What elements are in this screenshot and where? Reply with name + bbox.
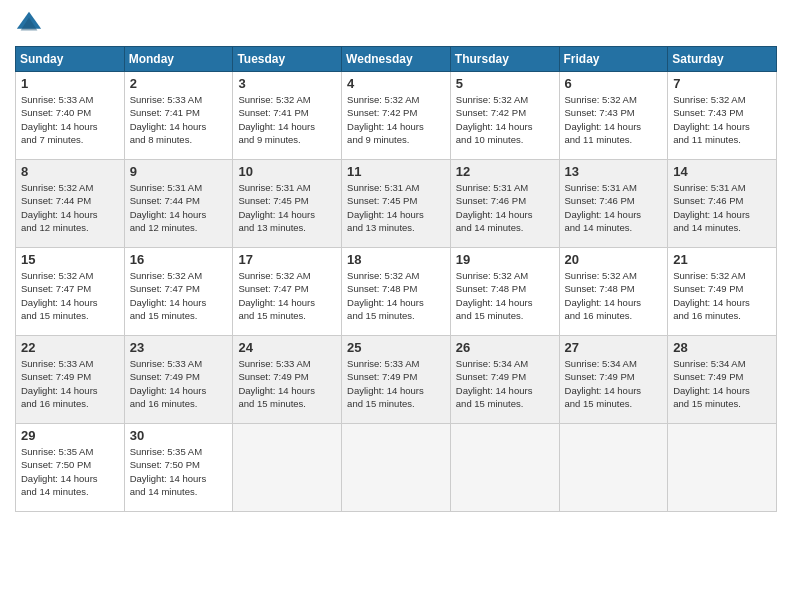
calendar-cell bbox=[342, 424, 451, 512]
calendar-cell: 11Sunrise: 5:31 AMSunset: 7:45 PMDayligh… bbox=[342, 160, 451, 248]
day-info: Sunrise: 5:33 AMSunset: 7:40 PMDaylight:… bbox=[21, 93, 119, 146]
calendar-cell: 20Sunrise: 5:32 AMSunset: 7:48 PMDayligh… bbox=[559, 248, 668, 336]
calendar-cell: 14Sunrise: 5:31 AMSunset: 7:46 PMDayligh… bbox=[668, 160, 777, 248]
header-thursday: Thursday bbox=[450, 47, 559, 72]
day-number: 26 bbox=[456, 340, 554, 355]
day-number: 20 bbox=[565, 252, 663, 267]
day-number: 6 bbox=[565, 76, 663, 91]
header-friday: Friday bbox=[559, 47, 668, 72]
calendar-cell: 9Sunrise: 5:31 AMSunset: 7:44 PMDaylight… bbox=[124, 160, 233, 248]
day-info: Sunrise: 5:32 AMSunset: 7:44 PMDaylight:… bbox=[21, 181, 119, 234]
day-info: Sunrise: 5:32 AMSunset: 7:41 PMDaylight:… bbox=[238, 93, 336, 146]
calendar-cell: 16Sunrise: 5:32 AMSunset: 7:47 PMDayligh… bbox=[124, 248, 233, 336]
day-info: Sunrise: 5:32 AMSunset: 7:49 PMDaylight:… bbox=[673, 269, 771, 322]
day-number: 24 bbox=[238, 340, 336, 355]
calendar-cell: 12Sunrise: 5:31 AMSunset: 7:46 PMDayligh… bbox=[450, 160, 559, 248]
calendar-cell bbox=[559, 424, 668, 512]
day-number: 14 bbox=[673, 164, 771, 179]
calendar-cell: 15Sunrise: 5:32 AMSunset: 7:47 PMDayligh… bbox=[16, 248, 125, 336]
day-info: Sunrise: 5:35 AMSunset: 7:50 PMDaylight:… bbox=[21, 445, 119, 498]
header-sunday: Sunday bbox=[16, 47, 125, 72]
day-number: 28 bbox=[673, 340, 771, 355]
day-info: Sunrise: 5:32 AMSunset: 7:43 PMDaylight:… bbox=[565, 93, 663, 146]
calendar-cell: 27Sunrise: 5:34 AMSunset: 7:49 PMDayligh… bbox=[559, 336, 668, 424]
day-number: 4 bbox=[347, 76, 445, 91]
calendar-cell: 25Sunrise: 5:33 AMSunset: 7:49 PMDayligh… bbox=[342, 336, 451, 424]
day-number: 21 bbox=[673, 252, 771, 267]
calendar-cell: 21Sunrise: 5:32 AMSunset: 7:49 PMDayligh… bbox=[668, 248, 777, 336]
day-info: Sunrise: 5:33 AMSunset: 7:49 PMDaylight:… bbox=[21, 357, 119, 410]
day-number: 17 bbox=[238, 252, 336, 267]
logo bbox=[15, 10, 47, 38]
day-number: 19 bbox=[456, 252, 554, 267]
calendar-cell: 7Sunrise: 5:32 AMSunset: 7:43 PMDaylight… bbox=[668, 72, 777, 160]
day-number: 15 bbox=[21, 252, 119, 267]
logo-icon bbox=[15, 10, 43, 38]
calendar-cell: 10Sunrise: 5:31 AMSunset: 7:45 PMDayligh… bbox=[233, 160, 342, 248]
day-info: Sunrise: 5:34 AMSunset: 7:49 PMDaylight:… bbox=[456, 357, 554, 410]
calendar-cell: 3Sunrise: 5:32 AMSunset: 7:41 PMDaylight… bbox=[233, 72, 342, 160]
day-number: 30 bbox=[130, 428, 228, 443]
calendar-header-row: SundayMondayTuesdayWednesdayThursdayFrid… bbox=[16, 47, 777, 72]
day-info: Sunrise: 5:32 AMSunset: 7:47 PMDaylight:… bbox=[130, 269, 228, 322]
day-info: Sunrise: 5:31 AMSunset: 7:46 PMDaylight:… bbox=[673, 181, 771, 234]
day-number: 27 bbox=[565, 340, 663, 355]
header-monday: Monday bbox=[124, 47, 233, 72]
day-info: Sunrise: 5:32 AMSunset: 7:48 PMDaylight:… bbox=[565, 269, 663, 322]
calendar-cell: 13Sunrise: 5:31 AMSunset: 7:46 PMDayligh… bbox=[559, 160, 668, 248]
calendar-cell: 26Sunrise: 5:34 AMSunset: 7:49 PMDayligh… bbox=[450, 336, 559, 424]
day-number: 10 bbox=[238, 164, 336, 179]
day-number: 1 bbox=[21, 76, 119, 91]
day-info: Sunrise: 5:31 AMSunset: 7:46 PMDaylight:… bbox=[456, 181, 554, 234]
day-number: 22 bbox=[21, 340, 119, 355]
calendar-cell: 6Sunrise: 5:32 AMSunset: 7:43 PMDaylight… bbox=[559, 72, 668, 160]
day-info: Sunrise: 5:32 AMSunset: 7:43 PMDaylight:… bbox=[673, 93, 771, 146]
calendar-week-row: 22Sunrise: 5:33 AMSunset: 7:49 PMDayligh… bbox=[16, 336, 777, 424]
day-info: Sunrise: 5:31 AMSunset: 7:45 PMDaylight:… bbox=[238, 181, 336, 234]
day-number: 29 bbox=[21, 428, 119, 443]
day-info: Sunrise: 5:32 AMSunset: 7:42 PMDaylight:… bbox=[347, 93, 445, 146]
day-info: Sunrise: 5:31 AMSunset: 7:44 PMDaylight:… bbox=[130, 181, 228, 234]
day-number: 18 bbox=[347, 252, 445, 267]
day-number: 7 bbox=[673, 76, 771, 91]
day-info: Sunrise: 5:32 AMSunset: 7:48 PMDaylight:… bbox=[347, 269, 445, 322]
day-info: Sunrise: 5:31 AMSunset: 7:45 PMDaylight:… bbox=[347, 181, 445, 234]
calendar-week-row: 1Sunrise: 5:33 AMSunset: 7:40 PMDaylight… bbox=[16, 72, 777, 160]
calendar-cell: 29Sunrise: 5:35 AMSunset: 7:50 PMDayligh… bbox=[16, 424, 125, 512]
day-number: 9 bbox=[130, 164, 228, 179]
page-header bbox=[15, 10, 777, 38]
header-wednesday: Wednesday bbox=[342, 47, 451, 72]
calendar-cell: 23Sunrise: 5:33 AMSunset: 7:49 PMDayligh… bbox=[124, 336, 233, 424]
day-info: Sunrise: 5:35 AMSunset: 7:50 PMDaylight:… bbox=[130, 445, 228, 498]
calendar-cell: 19Sunrise: 5:32 AMSunset: 7:48 PMDayligh… bbox=[450, 248, 559, 336]
day-number: 3 bbox=[238, 76, 336, 91]
calendar-cell bbox=[668, 424, 777, 512]
header-saturday: Saturday bbox=[668, 47, 777, 72]
day-number: 12 bbox=[456, 164, 554, 179]
calendar-cell: 30Sunrise: 5:35 AMSunset: 7:50 PMDayligh… bbox=[124, 424, 233, 512]
day-info: Sunrise: 5:32 AMSunset: 7:42 PMDaylight:… bbox=[456, 93, 554, 146]
day-number: 8 bbox=[21, 164, 119, 179]
calendar-cell bbox=[233, 424, 342, 512]
day-info: Sunrise: 5:33 AMSunset: 7:49 PMDaylight:… bbox=[347, 357, 445, 410]
day-number: 23 bbox=[130, 340, 228, 355]
calendar-week-row: 29Sunrise: 5:35 AMSunset: 7:50 PMDayligh… bbox=[16, 424, 777, 512]
calendar-cell: 1Sunrise: 5:33 AMSunset: 7:40 PMDaylight… bbox=[16, 72, 125, 160]
calendar-cell: 4Sunrise: 5:32 AMSunset: 7:42 PMDaylight… bbox=[342, 72, 451, 160]
day-info: Sunrise: 5:32 AMSunset: 7:47 PMDaylight:… bbox=[21, 269, 119, 322]
calendar-cell: 18Sunrise: 5:32 AMSunset: 7:48 PMDayligh… bbox=[342, 248, 451, 336]
day-number: 2 bbox=[130, 76, 228, 91]
calendar-cell: 5Sunrise: 5:32 AMSunset: 7:42 PMDaylight… bbox=[450, 72, 559, 160]
day-info: Sunrise: 5:33 AMSunset: 7:49 PMDaylight:… bbox=[130, 357, 228, 410]
day-info: Sunrise: 5:33 AMSunset: 7:49 PMDaylight:… bbox=[238, 357, 336, 410]
day-number: 13 bbox=[565, 164, 663, 179]
calendar-table: SundayMondayTuesdayWednesdayThursdayFrid… bbox=[15, 46, 777, 512]
day-info: Sunrise: 5:33 AMSunset: 7:41 PMDaylight:… bbox=[130, 93, 228, 146]
calendar-cell bbox=[450, 424, 559, 512]
day-info: Sunrise: 5:32 AMSunset: 7:48 PMDaylight:… bbox=[456, 269, 554, 322]
calendar-cell: 8Sunrise: 5:32 AMSunset: 7:44 PMDaylight… bbox=[16, 160, 125, 248]
day-number: 16 bbox=[130, 252, 228, 267]
calendar-cell: 24Sunrise: 5:33 AMSunset: 7:49 PMDayligh… bbox=[233, 336, 342, 424]
calendar-cell: 28Sunrise: 5:34 AMSunset: 7:49 PMDayligh… bbox=[668, 336, 777, 424]
header-tuesday: Tuesday bbox=[233, 47, 342, 72]
